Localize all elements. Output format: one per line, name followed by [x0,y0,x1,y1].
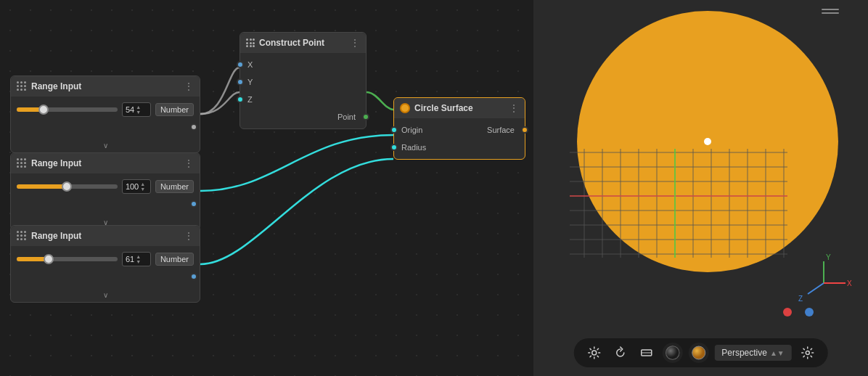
construct-point-output-row: Point [240,108,366,126]
circle-surface-node[interactable]: Circle Surface ⋮ Origin Surface Radius [393,97,525,160]
perspective-chevron-icon: ▲▼ [770,349,785,357]
collapse-row-3[interactable]: ∨ [11,290,200,302]
construct-point-drag-icon [246,38,255,47]
construct-point-y-socket[interactable] [237,78,244,86]
node-drag-icon-1 [17,81,27,91]
range-output-socket-2[interactable] [190,200,197,208]
circle-surface-origin-row: Origin Surface [394,121,525,139]
construct-point-y-row: Y [240,73,366,91]
slider-value-box-3[interactable]: 61 ▲▼ [122,252,151,266]
circle-surface-origin-label: Origin [394,126,430,134]
range-input-node-2[interactable]: Range Input ⋮ 100 ▲▼ Number [10,152,200,230]
range-output-socket-3[interactable] [190,273,197,280]
slider-thumb-2[interactable] [62,181,72,192]
viewport-toolbar[interactable]: Perspective ▲▼ [573,338,828,367]
range-input-title-1: Range Input [31,81,179,91]
node-editor[interactable]: Range Input ⋮ 54 ▲▼ Number [0,0,533,376]
circle-surface-menu[interactable]: ⋮ [509,102,519,114]
slider-row-1[interactable]: 54 ▲▼ Number [17,102,194,117]
construct-point-node[interactable]: Construct Point ⋮ X Y Z Point [239,32,367,129]
range-input-node-1[interactable]: Range Input ⋮ 54 ▲▼ Number [10,75,200,153]
slider-thumb-1[interactable] [38,105,49,115]
slider-row-3[interactable]: 61 ▲▼ Number [17,252,194,266]
circle-surface-header: Circle Surface ⋮ [394,98,525,118]
refresh-icon [613,346,626,359]
svg-point-26 [806,351,809,355]
range-input-node-3[interactable]: Range Input ⋮ 61 ▲▼ Number ∨ [10,225,200,303]
shading-solid-btn[interactable] [662,343,682,363]
slider-value-2: 100 [126,182,139,191]
range-input-body-1: 54 ▲▼ Number [11,97,200,140]
viewport-settings-btn[interactable] [798,343,818,363]
range-input-body-2: 100 ▲▼ Number [11,173,200,217]
slider-value-box-1[interactable]: 54 ▲▼ [122,102,151,117]
construct-point-menu[interactable]: ⋮ [350,37,360,49]
perspective-label: Perspective [721,348,767,358]
circle-surface-radius-label: Radius [394,143,433,152]
axis-z-indicator [808,283,824,294]
scene-settings-icon [587,346,600,359]
svg-point-20 [591,351,596,355]
perspective-selector[interactable]: Perspective ▲▼ [714,345,792,361]
range-input-title-2: Range Input [31,158,179,168]
construct-point-z-row: Z [240,91,366,108]
slider-value-box-2[interactable]: 100 ▲▼ [122,179,151,194]
construct-point-x-row: X [240,56,366,73]
construct-point-header: Construct Point ⋮ [240,33,366,53]
slider-track-1[interactable] [17,107,118,112]
node-drag-icon-2 [17,158,27,168]
slider-value-3: 61 [126,255,134,263]
type-dropdown-1[interactable]: Number [155,103,194,116]
slider-thumb-3[interactable] [44,254,54,264]
type-dropdown-2[interactable]: Number [155,180,194,193]
range-input-menu-2[interactable]: ⋮ [184,158,194,169]
slider-track-2[interactable] [17,184,118,189]
axis-y-label: Y [826,253,831,261]
viewport[interactable]: Y Z X [533,0,868,376]
shading-solid-icon [664,345,680,361]
circle-surface-title: Circle Surface [414,103,504,113]
range-input-title-3: Range Input [31,231,179,241]
slider-arrows-2[interactable]: ▲▼ [140,181,145,192]
construct-point-output-socket[interactable] [362,113,369,120]
viewport-scene-settings-btn[interactable] [584,343,604,363]
viewport-scene-svg: Y Z X [533,0,868,376]
range-input-menu-1[interactable]: ⋮ [184,81,194,92]
slider-arrows-3[interactable]: ▲▼ [136,254,141,264]
viewport-fit-btn[interactable] [636,343,656,363]
range-input-header-2: Range Input ⋮ [11,153,200,173]
range-input-body-3: 61 ▲▼ Number [11,246,200,290]
construct-point-x-socket[interactable] [237,61,244,68]
viewport-refresh-btn[interactable] [610,343,630,363]
circle-surface-origin-socket[interactable] [390,126,398,134]
circle-surface-body: Origin Surface Radius [394,118,525,159]
construct-point-body: X Y Z Point [240,53,366,128]
svg-point-25 [692,346,705,359]
viewport-gear-icon [801,346,814,359]
svg-point-24 [666,346,679,359]
fit-icon [639,346,652,359]
range-output-socket-1[interactable] [190,123,197,131]
construct-point-output-label: Point [337,113,356,121]
range-input-menu-3[interactable]: ⋮ [184,230,194,242]
circle-surface-icon [400,103,410,113]
collapse-row-1[interactable]: ∨ [11,140,200,152]
slider-track-3[interactable] [17,257,118,261]
construct-point-title: Construct Point [259,38,345,48]
shading-material-btn[interactable] [688,343,708,363]
z-dot [805,308,814,316]
sphere-center-dot [704,138,711,145]
circle-surface-radius-socket[interactable] [390,144,398,151]
slider-arrows-1[interactable]: ▲▼ [136,105,141,115]
slider-row-2[interactable]: 100 ▲▼ Number [17,179,194,194]
construct-point-z-socket[interactable] [237,96,244,103]
axis-z-label: Z [798,295,803,303]
circle-surface-radius-row: Radius [394,139,525,156]
slider-value-1: 54 [126,105,134,114]
shading-material-icon [690,345,706,361]
slider-fill-2 [17,184,67,189]
circle-surface-output-socket[interactable] [521,126,528,134]
range-input-header-3: Range Input ⋮ [11,226,200,246]
type-dropdown-3[interactable]: Number [155,253,194,266]
circle-surface-output-label: Surface [487,126,515,134]
